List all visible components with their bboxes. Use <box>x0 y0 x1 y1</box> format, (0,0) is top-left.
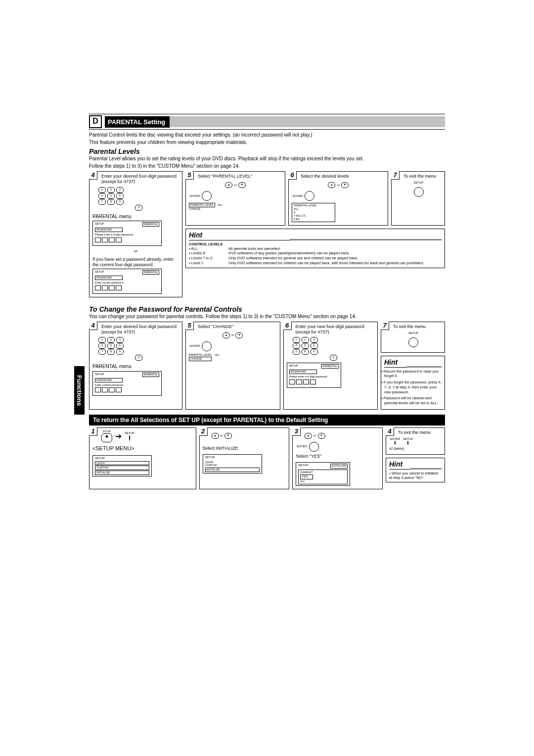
setup-menu-item: CUSTOM <box>95 466 149 470</box>
enter-icon <box>202 191 212 201</box>
intro-line-1: Parental Control limits the disc viewing… <box>89 132 445 138</box>
cl-key: • Levels 8: <box>189 251 228 256</box>
hint-title: Hint <box>384 358 442 368</box>
section-title: PARENTAL Setting <box>105 116 170 128</box>
step-4: 4 Enter your desired four-digit password… <box>89 171 182 297</box>
setup-label: SETUP <box>408 331 418 335</box>
ms-pw-slots <box>95 387 159 392</box>
cp-step-6: 6 Enter your new four-digit password (ex… <box>283 322 378 410</box>
cp-step-5: 5 Select "CHANGE" ▲ or ▼ ENTER PARENTAL … <box>185 322 280 410</box>
reset-section-title: To return the All Selections of SET UP (… <box>89 415 445 425</box>
setup-menu-item: QUICK <box>205 461 260 464</box>
ms-password-box: PASSWORD <box>95 378 123 382</box>
cl-key: • Levels 7 to 2: <box>189 256 228 261</box>
cp-step-7-col: 7 To exit the menu SETUP Hint • Record t… <box>381 322 445 410</box>
pl-opt: ALL <box>294 207 333 211</box>
cl-val: All parental locks are cancelled. <box>228 246 442 251</box>
setup-icon <box>414 187 424 197</box>
reset-step-4-col: 4 To exit the menu ENTER SETUP x2 (twice… <box>386 427 445 489</box>
cp-step-4: 4 Enter your desired four-digit password… <box>89 322 182 410</box>
pl-label: PARENTAL LEVEL <box>294 204 333 207</box>
cp-step-4-text: Enter your desired four-digit password (… <box>101 324 179 335</box>
keypad-icon-2: 123 456 789 0 <box>98 337 179 361</box>
mini-pl-level: PARENTAL LEVEL ALL <box>189 203 282 207</box>
ms-prompt: Enter current password. <box>95 383 159 387</box>
ms-prompt-2: Enter current password. <box>95 281 159 284</box>
reset-step-2-text: Select INITIALIZE <box>203 446 286 451</box>
ms-setup: SETUP <box>298 464 308 469</box>
change-pw-steps: 4 Enter your desired four-digit password… <box>89 322 445 410</box>
control-levels-title: CONTROL LEVELS <box>189 242 442 246</box>
step-number: 6 <box>288 171 297 180</box>
ms-setup: SETUP <box>95 457 149 461</box>
cp-mini-pl: PARENTAL LEVEL ALL <box>189 353 277 357</box>
enter-icon <box>309 442 319 452</box>
subheading-change-password: To Change the Password for Parental Cont… <box>89 305 445 313</box>
enter-label: ENTER <box>297 445 307 449</box>
ms-parental-tab: PARENTAL <box>142 373 159 377</box>
ms-password-box-2: PASSWORD <box>95 276 123 280</box>
setup-icon <box>407 441 408 445</box>
enter-block: ENTER <box>190 191 282 201</box>
enter-label: ENTER <box>190 344 200 348</box>
setup-menu-item: CUSTOM <box>205 464 260 467</box>
reset-steps: 1 STOP ■ ➔ SETUP <SETUP MENU> SETUP QUIC… <box>89 427 445 489</box>
step-number: 4 <box>89 322 97 330</box>
enter-label: ENTER <box>293 194 303 198</box>
step-number: 4 <box>386 427 394 436</box>
arrow-buttons: ▲ or ▼ <box>189 182 282 188</box>
parental-menu-caption: PARENTAL menu <box>92 214 179 220</box>
setup-menu-screen: SETUP QUICK CUSTOM INITIALIZE <box>92 455 152 476</box>
setup-menu-item-selected: INITIALIZE <box>205 468 260 472</box>
stop-setup-icons: STOP ■ ➔ SETUP <box>101 430 193 443</box>
cl-key: • Level 1: <box>189 261 228 266</box>
mini-levels-list: PARENTAL LEVEL ALL 8 7 [NC-17] 6 [R] <box>292 203 335 222</box>
reset-step-1: 1 STOP ■ ➔ SETUP <SETUP MENU> SETUP QUIC… <box>89 427 196 489</box>
section-header: D PARENTAL Setting <box>89 114 445 130</box>
or-label: or <box>337 184 339 188</box>
reset-step-3-text: Select "YES" <box>296 454 379 459</box>
or-label: or <box>221 434 223 438</box>
step-number: 7 <box>381 322 389 330</box>
section-letter: D <box>89 115 102 128</box>
cp-mini-screen: SETUP PARENTAL PASSWORD Enter current pa… <box>92 371 162 396</box>
cp-parental-menu-caption: PARENTAL menu <box>92 364 179 370</box>
reset-hint-box: Hint • When you cancel to initialize at … <box>386 458 445 482</box>
intro-line-2: This feature prevents your children from… <box>89 139 445 145</box>
enter-block-4: ENTER <box>297 442 379 452</box>
parental-level-val: ALL <box>218 203 223 207</box>
change-label: CHANGE <box>189 207 282 211</box>
ms-parental-tab: PARENTAL <box>321 364 338 369</box>
setup-icon <box>408 337 418 347</box>
enter-icon <box>305 191 314 201</box>
step-number: 3 <box>292 427 301 436</box>
initialize-menu-screen: SETUP INITIALIZE Initialize? YES NO <box>296 462 350 486</box>
mini-screen-parental-2: SETUP PARENTAL PASSWORD Enter current pa… <box>92 269 162 294</box>
ms-password-box: PASSWORD <box>289 370 317 374</box>
change-box: CHANGE <box>189 357 212 361</box>
setup-icon <box>129 435 130 441</box>
ms-pw-slots <box>95 237 159 242</box>
step-4-text: Enter your desired four-digit password (… <box>101 174 179 185</box>
step-5-text: Select "PARENTAL LEVEL" <box>198 174 282 179</box>
ms-setup: SETUP <box>205 456 260 460</box>
step-number: 5 <box>185 171 194 180</box>
enter-label: ENTER <box>190 194 200 198</box>
reset-step-4-text: To exit the menu <box>398 430 442 435</box>
arrow-icon: ➔ <box>115 431 122 441</box>
pl-opt: 6 [R] <box>294 218 333 221</box>
reset-hint-text: When you cancel to initialize at step 3,… <box>389 471 438 480</box>
cp-hint-box: Hint • Record the password in case you f… <box>381 356 445 410</box>
enter-icon <box>395 441 396 445</box>
section-bar-spacer <box>170 116 445 127</box>
ms-prompt: Please enter a 4-digit password. <box>95 233 159 236</box>
parental-levels-steps: 4 Enter your desired four-digit password… <box>89 171 445 297</box>
cl-val: DVD softwares of any grades (adult/gener… <box>228 251 442 256</box>
arrow-buttons-5: ▲ or ▼ <box>305 433 379 439</box>
parental-level-box: PARENTAL LEVEL <box>189 203 215 207</box>
step-number: 7 <box>391 171 400 180</box>
hint-bullet: • Password will be cleared and parental … <box>384 396 442 406</box>
hint-title: Hint <box>189 231 442 240</box>
cp-mini-screen-2: SETUP PARENTAL PASSWORD Please enter a 4… <box>287 363 341 388</box>
step-number: 4 <box>89 171 97 180</box>
